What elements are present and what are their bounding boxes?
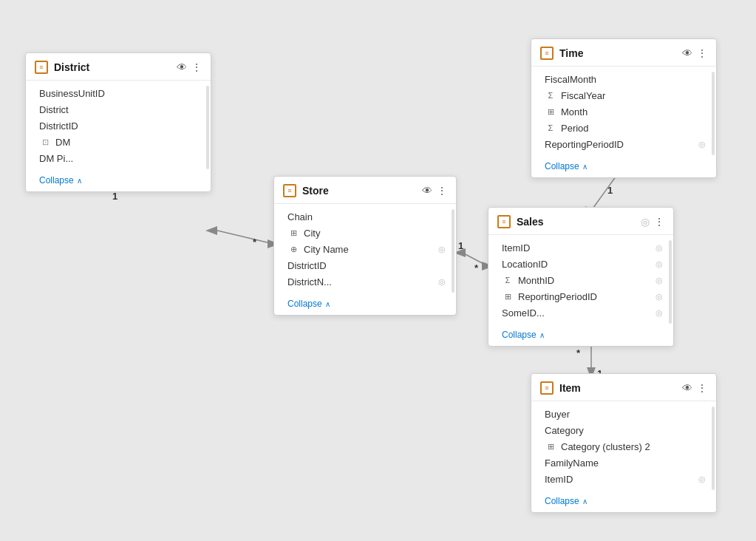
store-scrollbar[interactable] [452, 209, 454, 293]
field-dm: ⊡ DM [26, 134, 211, 150]
svg-line-0 [211, 229, 273, 244]
field-city: ⊞ City [274, 225, 456, 241]
item-scrollbar[interactable] [712, 406, 715, 490]
sales-table-header: ≡ Sales ◎ ⋮ [488, 208, 673, 235]
sales-reportingperiod-table-icon: ⊞ [502, 290, 514, 302]
svg-marker-2 [205, 226, 217, 235]
item-itemid-hidden-icon: ◎ [698, 474, 706, 484]
field-district: District [26, 101, 211, 118]
field-category-clusters: ⊞ Category (clusters) 2 [531, 438, 716, 455]
field-districtn: DistrictN... ◎ [274, 273, 456, 290]
store-collapse-btn[interactable]: Collapse ∧ [274, 294, 456, 315]
sales-more-icon[interactable]: ⋮ [654, 216, 664, 228]
district-header-icons: 👁 ⋮ [177, 61, 202, 73]
district-chevron-icon: ∧ [77, 177, 82, 185]
time-eye-icon[interactable]: 👁 [682, 47, 692, 59]
time-more-icon[interactable]: ⋮ [697, 47, 707, 59]
district-fields: BusinessUnitID District DistrictID ⊡ DM … [26, 81, 211, 171]
field-item-itemid: ItemID ◎ [531, 471, 716, 487]
store-fields: Chain ⊞ City ⊕ City Name ◎ DistrictID Di… [274, 204, 456, 294]
sales-fields: ItemID ◎ LocationID ◎ Σ MonthID ◎ ⊞ Repo… [488, 235, 673, 325]
sales-table-icon: ≡ [497, 215, 511, 228]
time-table-title: Time [559, 47, 676, 59]
category-clusters-table-icon: ⊞ [545, 440, 556, 452]
connector-label-sales-star-store: * [474, 262, 478, 273]
sales-table: ≡ Sales ◎ ⋮ ItemID ◎ LocationID ◎ Σ Mont… [488, 207, 674, 347]
monthid-sigma-icon: Σ [502, 274, 514, 286]
reportingperiod-hidden-icon: ◎ [698, 140, 706, 149]
field-fiscalyear: Σ FiscalYear [531, 87, 716, 103]
field-buyer: Buyer [531, 406, 716, 422]
sales-collapse-btn[interactable]: Collapse ∧ [488, 325, 673, 346]
item-table-title: Item [559, 382, 676, 394]
month-table-icon: ⊞ [545, 106, 556, 118]
district-table-title: District [54, 61, 171, 73]
field-familyname: FamilyName [531, 455, 716, 471]
svg-line-3 [460, 251, 488, 266]
item-header-icons: 👁 ⋮ [682, 382, 707, 394]
field-chain: Chain [274, 208, 456, 225]
field-fiscalmonth: FiscalMonth [531, 71, 716, 87]
district-eye-icon[interactable]: 👁 [177, 61, 187, 73]
field-store-districtid: DistrictID [274, 257, 456, 273]
time-fields: FiscalMonth Σ FiscalYear ⊞ Month Σ Perio… [531, 67, 716, 157]
field-cityname: ⊕ City Name ◎ [274, 241, 456, 257]
time-table-icon: ≡ [540, 47, 554, 60]
field-month: ⊞ Month [531, 103, 716, 120]
sales-table-title: Sales [517, 216, 635, 228]
item-fields: Buyer Category ⊞ Category (clusters) 2 F… [531, 401, 716, 491]
field-sales-reportingperiodid: ⊞ ReportingPeriodID ◎ [488, 288, 673, 304]
monthid-hidden-icon: ◎ [655, 276, 663, 285]
field-period: Σ Period [531, 120, 716, 136]
district-table-icon: ≡ [35, 61, 48, 74]
dm-image-icon: ⊡ [39, 136, 51, 148]
field-itemid: ItemID ◎ [488, 239, 673, 256]
district-more-icon[interactable]: ⋮ [191, 61, 202, 73]
field-businessunitid: BusinessUnitID [26, 85, 211, 101]
store-table-header: ≡ Store 👁 ⋮ [274, 177, 456, 204]
field-reportingperiodid: ReportingPeriodID ◎ [531, 136, 716, 152]
district-table-header: ≡ District 👁 ⋮ [26, 53, 211, 81]
item-more-icon[interactable]: ⋮ [697, 382, 707, 394]
districtn-hidden-icon: ◎ [438, 277, 446, 287]
store-table: ≡ Store 👁 ⋮ Chain ⊞ City ⊕ City Name ◎ D… [273, 176, 457, 316]
field-someid: SomeID... ◎ [488, 304, 673, 321]
field-locationid: LocationID ◎ [488, 256, 673, 272]
field-monthid: Σ MonthID ◎ [488, 272, 673, 288]
store-table-icon: ≡ [283, 184, 296, 197]
someid-hidden-icon: ◎ [655, 308, 663, 318]
connector-label-sales-star-item: * [576, 347, 580, 358]
time-table: ≡ Time 👁 ⋮ FiscalMonth Σ FiscalYear ⊞ Mo… [531, 38, 717, 178]
time-chevron-icon: ∧ [582, 163, 588, 171]
field-category: Category [531, 422, 716, 438]
time-scrollbar[interactable] [712, 72, 715, 155]
store-eye-icon[interactable]: 👁 [422, 185, 432, 197]
connector-label-district-1: 1 [112, 191, 118, 202]
item-table: ≡ Item 👁 ⋮ Buyer Category ⊞ Category (cl… [531, 373, 717, 513]
locationid-hidden-icon: ◎ [655, 259, 663, 269]
cityname-globe-icon: ⊕ [287, 243, 299, 255]
district-scrollbar[interactable] [206, 86, 209, 169]
store-more-icon[interactable]: ⋮ [437, 185, 447, 197]
sales-scrollbar[interactable] [669, 240, 672, 324]
store-table-title: Store [302, 185, 416, 197]
time-table-header: ≡ Time 👁 ⋮ [531, 39, 716, 67]
sales-chevron-icon: ∧ [539, 331, 545, 339]
store-header-icons: 👁 ⋮ [422, 185, 447, 197]
item-eye-icon[interactable]: 👁 [682, 382, 692, 394]
item-table-icon: ≡ [540, 381, 554, 395]
item-collapse-btn[interactable]: Collapse ∧ [531, 491, 716, 512]
canvas: 1 * 1 * 1 * 1 * ≡ District 👁 ⋮ BusinessU… [0, 0, 756, 541]
period-sigma-icon: Σ [545, 122, 556, 134]
time-header-icons: 👁 ⋮ [682, 47, 707, 59]
item-chevron-icon: ∧ [582, 497, 588, 506]
sales-reportingperiod-hidden-icon: ◎ [655, 292, 663, 302]
city-table-icon: ⊞ [287, 227, 299, 239]
district-table: ≡ District 👁 ⋮ BusinessUnitID District D… [25, 52, 211, 192]
connector-label-time-1: 1 [607, 185, 613, 196]
sales-eye-icon[interactable]: ◎ [641, 216, 650, 228]
district-collapse-btn[interactable]: Collapse ∧ [26, 171, 211, 191]
cityname-hidden-icon: ◎ [438, 245, 446, 254]
time-collapse-btn[interactable]: Collapse ∧ [531, 157, 716, 177]
itemid-hidden-icon: ◎ [655, 243, 663, 253]
